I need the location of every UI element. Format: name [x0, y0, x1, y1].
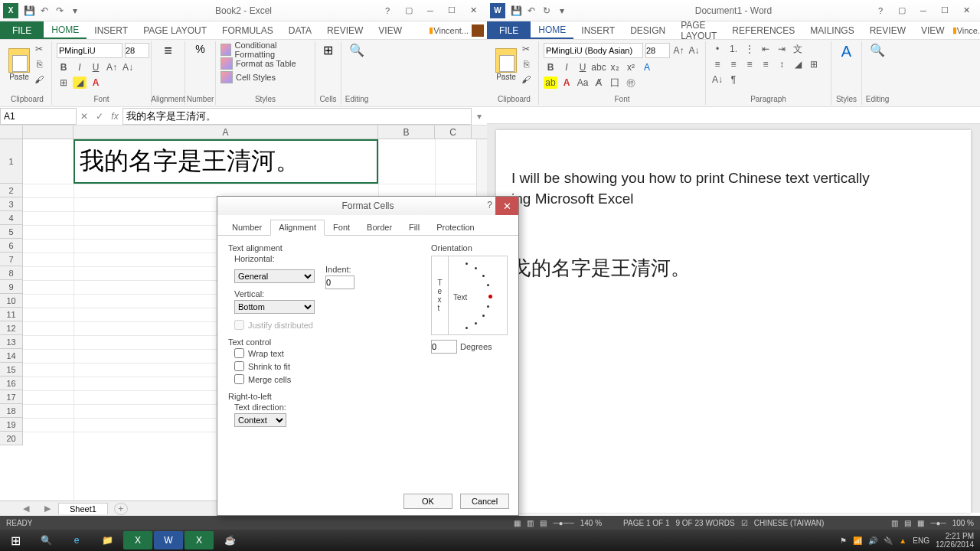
excel-taskbar-icon[interactable]: X [123, 531, 152, 549]
cut-icon[interactable]: ✂ [519, 43, 533, 55]
add-sheet-button[interactable]: + [114, 503, 128, 515]
view-read-icon[interactable]: ▤ [904, 519, 911, 527]
copy-icon[interactable]: ⎘ [519, 58, 533, 70]
cancel-formula-icon[interactable]: ✕ [77, 111, 92, 122]
format-painter-icon[interactable]: 🖌 [519, 73, 533, 86]
font-size-select[interactable] [645, 43, 670, 58]
page-count[interactable]: PAGE 1 OF 1 [623, 519, 669, 527]
paragraph-chinese[interactable]: 戈的名字是王清河。 [511, 255, 956, 282]
maximize-icon[interactable]: ☐ [441, 3, 462, 18]
dialog-titlebar[interactable]: Format Cells ? ✕ [217, 197, 518, 215]
save-icon[interactable]: 💾 [21, 3, 37, 18]
user-account[interactable]: ▮Vincent... [429, 24, 487, 37]
cancel-button[interactable]: Cancel [460, 494, 509, 509]
maximize-icon[interactable]: ☐ [934, 3, 956, 18]
ribbon-options-icon[interactable]: ▢ [398, 3, 420, 18]
tray-power-icon[interactable]: 🔌 [884, 536, 893, 545]
text-direction-select[interactable]: Context [234, 413, 286, 427]
horizontal-select[interactable]: General [234, 269, 315, 283]
tab-view[interactable]: VIEW [371, 21, 410, 39]
ok-button[interactable]: OK [403, 494, 452, 509]
superscript-button[interactable]: x² [624, 61, 638, 73]
bold-button[interactable]: B [544, 61, 557, 73]
tab-review[interactable]: REVIEW [319, 21, 371, 39]
start-button[interactable]: ⊞ [0, 530, 31, 551]
app-icon[interactable]: ☕ [215, 531, 244, 549]
redo-icon[interactable]: ↷ [52, 3, 67, 18]
tab-file[interactable]: FILE [0, 21, 44, 39]
underline-button[interactable]: U [576, 61, 590, 73]
word-document-area[interactable]: I will be showing you how to print Chine… [487, 124, 980, 513]
cell-styles-button[interactable]: Cell Styles [220, 70, 310, 84]
tab-references[interactable]: REFERENCES [724, 21, 802, 39]
merge-cells-checkbox[interactable] [234, 374, 244, 384]
copy-icon[interactable]: ⎘ [32, 58, 46, 70]
excel-titlebar[interactable]: X 💾 ↶ ↷ ▾ Book2 - Excel ? ▢ ─ ☐ ✕ [0, 0, 487, 21]
paste-button[interactable]: Paste [495, 48, 517, 81]
vertical-text-button[interactable]: Text [432, 256, 449, 334]
align-right-icon[interactable]: ≡ [743, 58, 756, 70]
editing-icon[interactable]: 🔍 [870, 43, 885, 57]
word-ruler[interactable] [487, 107, 980, 124]
conditional-formatting-button[interactable]: Conditional Formatting [220, 43, 310, 57]
alignment-icon[interactable]: ≡ [164, 43, 172, 59]
char-border-icon[interactable]: 囗 [608, 77, 622, 89]
tab-mailings[interactable]: MAILINGS [802, 21, 861, 39]
tab-number[interactable]: Number [224, 220, 270, 235]
tab-data[interactable]: DATA [281, 21, 319, 39]
font-name-select[interactable] [57, 43, 122, 58]
cut-icon[interactable]: ✂ [32, 43, 46, 55]
show-marks-icon[interactable]: ¶ [727, 73, 740, 86]
minimize-icon[interactable]: ─ [913, 3, 934, 18]
font-size-select[interactable] [125, 43, 149, 58]
justify-icon[interactable]: ≡ [759, 58, 773, 70]
col-header-b[interactable]: B [378, 126, 435, 139]
line-spacing-icon[interactable]: ↕ [775, 58, 789, 70]
close-icon[interactable]: ✕ [956, 3, 977, 18]
view-web-icon[interactable]: ▦ [917, 519, 924, 527]
undo-icon[interactable]: ↶ [524, 3, 539, 18]
select-all-corner[interactable] [0, 126, 23, 139]
italic-button[interactable]: I [73, 61, 87, 73]
clear-format-icon[interactable]: A̸ [592, 77, 606, 89]
paste-button[interactable]: Paste [8, 48, 30, 81]
enter-formula-icon[interactable]: ✓ [92, 111, 107, 122]
strikethrough-button[interactable]: abc [592, 61, 606, 73]
bullets-icon[interactable]: • [710, 43, 724, 55]
fill-color-icon[interactable]: ◢ [73, 77, 87, 89]
highlight-icon[interactable]: ab [544, 77, 557, 89]
number-format-icon[interactable]: % [195, 43, 204, 55]
shrink-font-icon[interactable]: A↓ [121, 61, 135, 73]
editing-icon[interactable]: 🔍 [349, 43, 364, 57]
tab-alignment[interactable]: Alignment [270, 220, 325, 236]
col-header-c[interactable]: C [435, 126, 472, 139]
cell-a1[interactable]: 我的名字是王清河。 [74, 139, 378, 184]
format-painter-icon[interactable]: 🖌 [32, 73, 46, 86]
sheet-nav-next-icon[interactable]: ▶ [44, 504, 51, 514]
tab-home[interactable]: HOME [531, 21, 573, 39]
tab-insert[interactable]: INSERT [87, 21, 136, 39]
tray-clock[interactable]: 2:21 PM 12/26/2014 [936, 532, 974, 549]
dialog-close-button[interactable]: ✕ [495, 197, 518, 215]
ribbon-options-icon[interactable]: ▢ [891, 3, 913, 18]
save-icon[interactable]: 💾 [508, 3, 524, 18]
decrease-indent-icon[interactable]: ⇤ [759, 43, 773, 55]
taskbar[interactable]: ⊞ 🔍 e 📁 X W X ☕ ⚑ 📶 🔊 🔌 ▲ ENG 2:21 PM 12… [0, 530, 980, 551]
font-color-icon[interactable]: A [560, 77, 573, 89]
align-center-icon[interactable]: ≡ [727, 58, 740, 70]
orientation-widget[interactable]: Text Text [431, 256, 508, 335]
search-icon[interactable]: 🔍 [31, 531, 60, 549]
increase-indent-icon[interactable]: ⇥ [775, 43, 789, 55]
paragraph[interactable]: ing Microsoft Excel [511, 189, 956, 210]
tab-font[interactable]: Font [325, 220, 358, 235]
zoom-slider[interactable]: ─●── [553, 519, 573, 527]
subscript-button[interactable]: x₂ [608, 61, 622, 73]
fx-icon[interactable]: fx [107, 111, 122, 122]
zoom-level-word[interactable]: 100 % [952, 519, 974, 527]
explorer-icon[interactable]: 📁 [93, 531, 122, 549]
grow-font-icon[interactable]: A↑ [105, 61, 119, 73]
tab-home[interactable]: HOME [44, 21, 87, 39]
tray-network-icon[interactable]: 📶 [853, 536, 862, 545]
orientation-dial[interactable]: Text [449, 256, 507, 334]
tray-volume-icon[interactable]: 🔊 [868, 536, 877, 545]
